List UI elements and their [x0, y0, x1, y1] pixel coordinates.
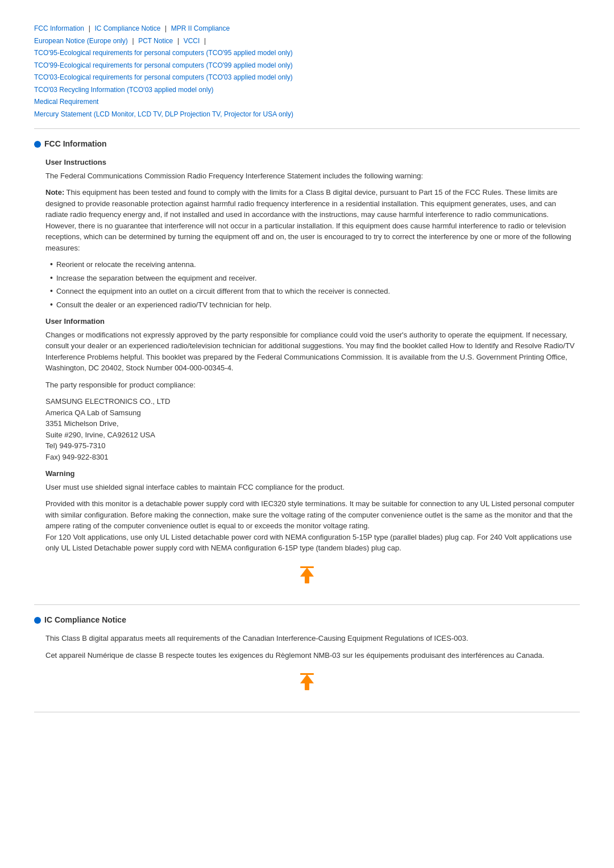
- fcc-bullet-icon: [34, 141, 41, 148]
- nav-ic-compliance[interactable]: IC Compliance Notice: [94, 24, 160, 32]
- nav-line-4: TCO'99-Ecological requirements for perso…: [34, 60, 580, 71]
- nav-line-1: FCC Information | IC Compliance Notice |…: [34, 23, 580, 34]
- nav-european-notice[interactable]: European Notice (Europe only): [34, 37, 128, 45]
- ic-bullet-icon: [34, 617, 41, 624]
- ic-title-text: IC Compliance Notice: [44, 614, 126, 626]
- nav-line-2: European Notice (Europe only) | PCT Noti…: [34, 35, 580, 47]
- nav-tco03-recycling[interactable]: TCO'03 Recycling Information (TCO'03 app…: [34, 86, 213, 94]
- divider-bottom: [34, 712, 580, 712]
- nav-tco95[interactable]: TCO'95-Ecological requirements for perso…: [34, 49, 293, 57]
- ic-p2: Cet appareil Numérique de classe B respe…: [45, 650, 580, 661]
- nav-vcci[interactable]: VCCI: [184, 37, 200, 45]
- ic-p1: This Class B digital apparatus meets all…: [45, 633, 580, 644]
- ic-content: This Class B digital apparatus meets all…: [34, 633, 580, 661]
- top-button-container-ic: [34, 670, 580, 698]
- warning-p1: User must use shielded signal interface …: [45, 482, 580, 493]
- svg-rect-0: [305, 575, 309, 583]
- fcc-content: User Instructions The Federal Communicat…: [34, 157, 580, 554]
- address-line-6: Fax) 949-922-8301: [45, 452, 580, 463]
- svg-rect-5: [300, 673, 314, 675]
- divider-top: [34, 128, 580, 129]
- top-button-ic[interactable]: [294, 670, 320, 695]
- address-block: SAMSUNG ELECTRONICS CO., LTD America QA …: [45, 396, 580, 462]
- address-line-3: 3351 Michelson Drive,: [45, 418, 580, 429]
- measures-list: Reorient or relocate the receiving anten…: [45, 259, 580, 310]
- fcc-title-text: FCC Information: [44, 138, 107, 150]
- measure-item-4: Consult the dealer or an experienced rad…: [50, 299, 580, 311]
- ic-section: IC Compliance Notice This Class B digita…: [34, 614, 580, 698]
- fcc-section-title: FCC Information: [34, 138, 580, 150]
- measure-item-3: Connect the equipment into an outlet on …: [50, 286, 580, 297]
- user-information-p2: The party responsible for product compli…: [45, 379, 580, 391]
- svg-rect-3: [305, 682, 309, 690]
- warning-title: Warning: [45, 468, 580, 479]
- user-information-p1: Changes or modifications not expressly a…: [45, 329, 580, 374]
- measure-item-1: Reorient or relocate the receiving anten…: [50, 259, 580, 270]
- divider-middle: [34, 604, 580, 605]
- top-button-fcc[interactable]: [294, 563, 320, 588]
- user-instructions-title: User Instructions: [45, 157, 580, 168]
- nav-line-7: Medical Requirement: [34, 96, 580, 107]
- nav-line-8: Mercury Statement (LCD Monitor, LCD TV, …: [34, 108, 580, 120]
- nav-mpr-compliance[interactable]: MPR II Compliance: [171, 24, 230, 32]
- user-information-title: User Information: [45, 316, 580, 327]
- address-line-4: Suite #290, Irvine, CA92612 USA: [45, 429, 580, 441]
- svg-marker-4: [300, 674, 314, 683]
- warning-p2: Provided with this monitor is a detachab…: [45, 498, 580, 554]
- address-line-2: America QA Lab of Samsung: [45, 407, 580, 419]
- nav-fcc-info[interactable]: FCC Information: [34, 24, 84, 32]
- nav-line-6: TCO'03 Recycling Information (TCO'03 app…: [34, 84, 580, 95]
- user-instructions-p1: The Federal Communications Commission Ra…: [45, 170, 580, 182]
- note-bold: Note:: [45, 188, 64, 197]
- fcc-section: FCC Information User Instructions The Fe…: [34, 138, 580, 591]
- nav-line-5: TCO'03-Ecological requirements for perso…: [34, 72, 580, 83]
- svg-marker-1: [300, 567, 314, 577]
- nav-tco99[interactable]: TCO'99-Ecological requirements for perso…: [34, 61, 293, 69]
- nav-medical[interactable]: Medical Requirement: [34, 98, 98, 106]
- address-line-1: SAMSUNG ELECTRONICS CO., LTD: [45, 396, 580, 407]
- nav-line-3: TCO'95-Ecological requirements for perso…: [34, 47, 580, 59]
- navigation-links: FCC Information | IC Compliance Notice |…: [34, 23, 580, 119]
- nav-pct-notice[interactable]: PCT Notice: [138, 37, 173, 45]
- address-line-5: Tel) 949-975-7310: [45, 440, 580, 452]
- note-text: This equipment has been tested and found…: [45, 188, 571, 252]
- top-button-container-fcc: [34, 563, 580, 591]
- ic-section-title: IC Compliance Notice: [34, 614, 580, 626]
- nav-mercury[interactable]: Mercury Statement (LCD Monitor, LCD TV, …: [34, 110, 293, 118]
- measure-item-2: Increase the separation between the equi…: [50, 273, 580, 284]
- nav-tco03[interactable]: TCO'03-Ecological requirements for perso…: [34, 73, 293, 81]
- svg-rect-2: [300, 566, 314, 568]
- user-instructions-note: Note: This equipment has been tested and…: [45, 187, 580, 253]
